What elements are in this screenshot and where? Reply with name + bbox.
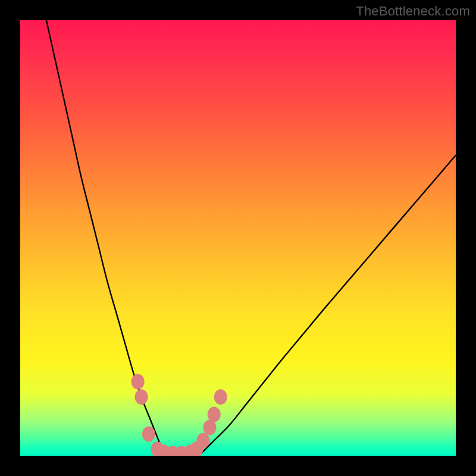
data-point-markers bbox=[131, 374, 227, 456]
data-point bbox=[196, 433, 209, 448]
plot-area bbox=[20, 20, 456, 456]
data-point bbox=[135, 389, 148, 405]
left-curve bbox=[46, 20, 166, 456]
data-point bbox=[214, 389, 227, 405]
data-point bbox=[208, 406, 221, 422]
chart-overlay bbox=[20, 20, 456, 456]
right-curve bbox=[199, 155, 456, 456]
watermark-text: TheBottleneck.com bbox=[356, 4, 470, 19]
data-point bbox=[142, 426, 155, 441]
chart-frame: TheBottleneck.com bbox=[0, 0, 476, 476]
data-point bbox=[131, 374, 145, 390]
